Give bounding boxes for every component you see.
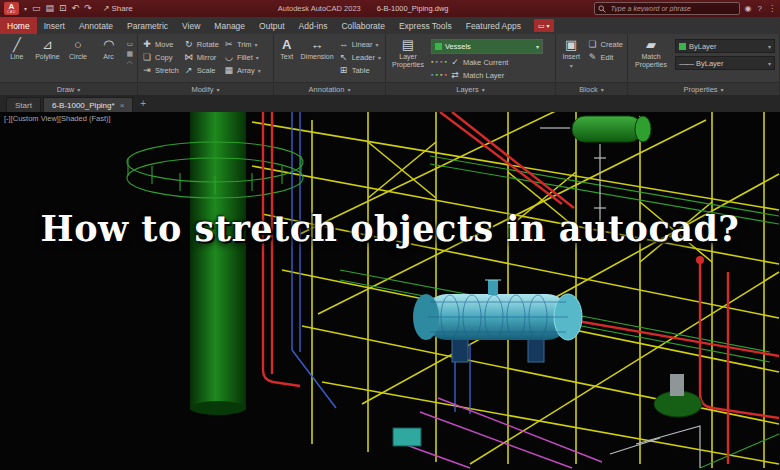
- polyline-tool[interactable]: ⊿ Polyline: [35, 37, 61, 61]
- app-menu-chevron-icon[interactable]: ▾: [24, 5, 27, 12]
- new-drawing-tab-button[interactable]: +: [135, 98, 151, 109]
- dimension-tool[interactable]: ↔ Dimension: [301, 37, 334, 61]
- layer-properties-tool[interactable]: ▤ Layer Properties: [390, 37, 426, 69]
- array-tool[interactable]: ▦ Array ▾: [224, 65, 261, 75]
- linetype-dropdown[interactable]: —— ByLayer ▾: [675, 56, 775, 70]
- copy-label: Copy: [155, 53, 173, 62]
- stretch-tool[interactable]: ⇥ Stretch: [142, 65, 179, 75]
- tab-collaborate[interactable]: Collaborate: [334, 17, 391, 34]
- object-color-dropdown[interactable]: ByLayer ▾: [675, 39, 775, 53]
- match-properties-icon: ▰: [646, 37, 656, 52]
- close-tab-icon[interactable]: ×: [120, 101, 125, 110]
- chevron-down-icon: ▾: [570, 62, 573, 69]
- viewport-controls[interactable]: [-][Custom View][Shaded (Fast)]: [4, 114, 111, 123]
- modify-panel-label[interactable]: Modify ▾: [138, 82, 273, 95]
- tab-parametric[interactable]: Parametric: [120, 17, 175, 34]
- line-icon: ╱: [13, 37, 21, 52]
- properties-panel-label[interactable]: Properties ▾: [628, 82, 779, 95]
- chevron-down-icon: ▾: [378, 54, 381, 61]
- search-box[interactable]: [594, 2, 740, 15]
- tab-insert[interactable]: Insert: [37, 17, 72, 34]
- layers-panel-label[interactable]: Layers ▾: [386, 82, 555, 95]
- layer-state-icons: ▪▪▪▪: [431, 71, 447, 79]
- share-button[interactable]: ↗ Share: [103, 4, 133, 13]
- scale-label: Scale: [197, 66, 216, 75]
- annotation-panel-label[interactable]: Annotation ▾: [274, 82, 385, 95]
- insert-label: Insert: [562, 53, 580, 61]
- layer-dropdown[interactable]: Vessels ▾: [431, 39, 543, 54]
- leader-tool[interactable]: ↖ Leader ▾: [339, 52, 381, 62]
- ribbon-display-toggle[interactable]: ▭ ▾: [534, 19, 554, 32]
- array-icon: ▦: [224, 65, 234, 75]
- layer-state-icons: ▪▪▪▪: [431, 58, 447, 66]
- help-icon[interactable]: ?: [758, 4, 762, 13]
- arc-label: Arc: [103, 53, 114, 61]
- layer-color-swatch: [435, 43, 442, 50]
- edit-block-tool[interactable]: ✎ Edit: [587, 52, 623, 62]
- ribbon-tab-bar: Home Insert Annotate Parametric View Man…: [0, 17, 780, 34]
- annotation-panel: A Text ↔ Dimension ↔ Linear ▾ ↖ Leader: [274, 34, 386, 95]
- arc-tool[interactable]: ◠ Arc: [96, 37, 122, 61]
- fillet-label: Fillet: [237, 53, 253, 62]
- line-label: Line: [10, 53, 23, 61]
- overflow-icon[interactable]: ⋮: [768, 4, 776, 13]
- linear-tool[interactable]: ↔ Linear ▾: [339, 39, 381, 49]
- app-title: Autodesk AutoCAD 2023: [278, 4, 361, 13]
- tab-home[interactable]: Home: [0, 17, 37, 34]
- drawing-viewport[interactable]: [-][Custom View][Shaded (Fast)] How to s…: [0, 112, 780, 470]
- create-block-tool[interactable]: ❏ Create: [587, 39, 623, 49]
- piping-3d-model: [0, 112, 780, 470]
- rotate-tool[interactable]: ↻ Rotate: [184, 39, 219, 49]
- text-tool[interactable]: A Text: [278, 37, 296, 61]
- chevron-down-icon: ▾: [347, 86, 350, 93]
- tab-drawing[interactable]: 6-B-1000_Piping* ×: [43, 97, 133, 112]
- create-label: Create: [600, 40, 623, 49]
- stretch-label: Stretch: [155, 66, 179, 75]
- new-file-icon[interactable]: ▭: [32, 4, 41, 13]
- match-properties-tool[interactable]: ▰ Match Properties: [632, 37, 670, 69]
- block-panel-label[interactable]: Block ▾: [556, 82, 627, 95]
- tab-view[interactable]: View: [175, 17, 207, 34]
- scale-tool[interactable]: ↗ Scale: [184, 65, 219, 75]
- fillet-tool[interactable]: ◡ Fillet ▾: [224, 52, 261, 62]
- make-current-icon: ✓: [450, 57, 460, 67]
- tab-express-tools[interactable]: Express Tools: [392, 17, 459, 34]
- line-tool[interactable]: ╱ Line: [4, 37, 30, 61]
- tab-output[interactable]: Output: [252, 17, 292, 34]
- autocad-logo[interactable]: A CAD: [4, 2, 19, 15]
- color-swatch: [679, 43, 686, 50]
- circle-tool[interactable]: ○ Circle: [65, 37, 91, 61]
- tab-manage[interactable]: Manage: [207, 17, 252, 34]
- draw-extra-tools[interactable]: ▭ ▦ ◠: [126, 37, 133, 68]
- insert-block-tool[interactable]: ▣ Insert ▾: [560, 37, 582, 69]
- mirror-icon: ⋈: [184, 52, 194, 62]
- match-layer-tool[interactable]: ▪▪▪▪ ⇄ Match Layer: [431, 70, 543, 80]
- open-file-icon[interactable]: ▤: [46, 4, 55, 13]
- share-icon: ↗: [103, 4, 110, 13]
- save-icon[interactable]: ⊡: [59, 4, 67, 13]
- draw-panel-label[interactable]: Draw ▾: [0, 82, 137, 95]
- chevron-down-icon: ▾: [376, 41, 379, 48]
- edit-block-icon: ✎: [587, 52, 597, 62]
- chevron-down-icon: ▾: [258, 67, 261, 74]
- trim-tool[interactable]: ✂ Trim ▾: [224, 39, 261, 49]
- tab-addins[interactable]: Add-ins: [292, 17, 335, 34]
- table-tool[interactable]: ⊞ Table: [339, 65, 381, 75]
- undo-icon[interactable]: ↶: [72, 4, 80, 13]
- make-current-tool[interactable]: ▪▪▪▪ ✓ Make Current: [431, 57, 543, 67]
- mirror-tool[interactable]: ⋈ Mirror: [184, 52, 219, 62]
- tab-featured-apps[interactable]: Featured Apps: [459, 17, 528, 34]
- copy-tool[interactable]: ❏ Copy: [142, 52, 179, 62]
- leader-label: Leader: [352, 53, 375, 62]
- tab-annotate[interactable]: Annotate: [72, 17, 120, 34]
- move-tool[interactable]: ✚ Move: [142, 39, 179, 49]
- sign-in-icon[interactable]: ◉: [745, 4, 752, 13]
- search-input[interactable]: [609, 4, 725, 13]
- match-layer-label: Match Layer: [463, 71, 504, 80]
- bylayer-color-value: ByLayer: [689, 42, 717, 51]
- ellipse-icon: ◠: [126, 60, 133, 68]
- autocad-window: A CAD ▾ ▭ ▤ ⊡ ↶ ↷ ↗ Share Autodesk AutoC…: [0, 0, 780, 470]
- redo-icon[interactable]: ↷: [84, 4, 92, 13]
- tab-start[interactable]: Start: [6, 97, 41, 112]
- rotate-label: Rotate: [197, 40, 219, 49]
